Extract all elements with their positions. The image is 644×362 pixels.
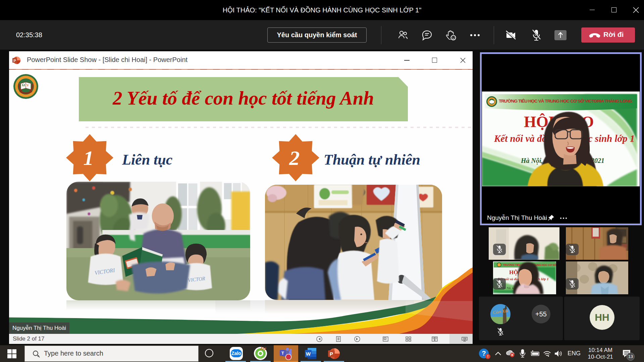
svg-text:ọc sinh lớp 1: ọc sinh lớp 1 xyxy=(583,133,635,144)
svg-text:2: 2 xyxy=(289,146,300,169)
svg-text:V: V xyxy=(26,83,29,87)
svg-text:P: P xyxy=(13,59,16,63)
svg-text:Hà Nội,: Hà Nội, xyxy=(521,157,543,165)
svg-text:T: T xyxy=(281,351,284,356)
svg-text:W: W xyxy=(306,351,311,357)
svg-text:1: 1 xyxy=(83,146,94,169)
svg-text:TRƯỜNG TIỂU HỌC VÀ TRUNG HỌC C: TRƯỜNG TIỂU HỌC VÀ TRUNG HỌC CƠ SỞ VICTO… xyxy=(499,99,632,104)
svg-text:P: P xyxy=(330,351,333,357)
svg-text:Ω: Ω xyxy=(22,83,25,87)
